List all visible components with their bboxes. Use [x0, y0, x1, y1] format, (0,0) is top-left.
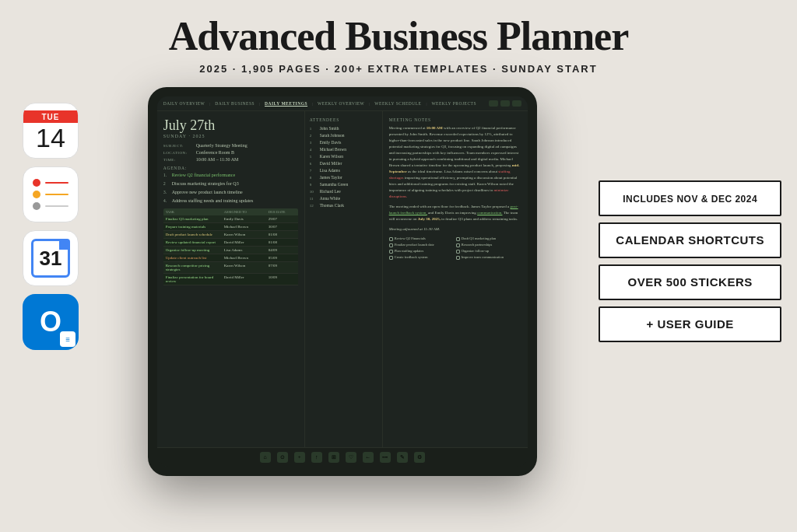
attendee-row: 1John Smith — [310, 126, 377, 131]
subject-label: SUBJECT: — [163, 143, 193, 148]
dot-orange — [33, 191, 40, 198]
toolbar-dots[interactable]: ••• — [380, 452, 391, 463]
task-col-assigned: ASSIGNED TO — [224, 210, 267, 214]
outlook-letter: O — [40, 306, 61, 338]
badge-stickers-text: OVER 500 STICKERS — [628, 275, 753, 289]
check-item: Draft Q3 marketing plan — [456, 236, 521, 241]
calendar-day: TUE — [23, 110, 78, 123]
notes-title: MEETING NOTES — [389, 117, 521, 122]
checklist-area: Review Q2 Financials Draft Q3 marketing … — [389, 236, 521, 260]
time-label: TIME: — [163, 157, 193, 162]
task-row: Organize follow-up meeting Lisa Adams 04… — [163, 247, 298, 254]
google-calendar-icon[interactable]: 31 — [23, 230, 79, 286]
attendee-row: 11Anna White — [310, 196, 377, 201]
badge-nov-dec: INCLUDES NOV & DEC 2024 — [599, 180, 781, 216]
reminder-row-1 — [33, 179, 68, 187]
location-value: Conference Room B — [196, 150, 234, 155]
badge-guide-text: + USER GUIDE — [647, 317, 734, 331]
check-item: Research partnerships — [456, 243, 521, 247]
time-value: 10:00 AM – 11:30 AM — [196, 157, 239, 162]
check-item: Review Q2 Financials — [389, 236, 455, 241]
nav-weekly-projects[interactable]: WEEKLY PROJECTS — [431, 101, 476, 106]
nav-icon-2 — [500, 100, 510, 107]
dot-red — [33, 179, 40, 187]
task-row: Review updated financial report David Mi… — [163, 239, 298, 247]
check-item: Create feedback system — [389, 255, 455, 260]
attendee-row: 8James Taylor — [310, 175, 377, 180]
attendee-row: 12Thomas Clark — [310, 203, 377, 208]
nav-daily-overview[interactable]: DAILY OVERVIEW — [163, 101, 205, 106]
subject-value: Quarterly Strategy Meeting — [196, 143, 248, 148]
nav-daily-business[interactable]: DAILY BUSINESS — [215, 101, 255, 106]
badge-stickers: OVER 500 STICKERS — [599, 264, 781, 300]
toolbar-settings[interactable]: ⚙ — [414, 452, 425, 463]
attendee-row: 10Richard Lee — [310, 189, 377, 194]
check-item: Finalize product launch date — [389, 243, 455, 247]
date-sub: SUNDAY · 2025 — [163, 134, 298, 138]
location-label: LOCATION: — [163, 150, 193, 155]
subtitle-bar: 2025 · 1,905 PAGES · 200+ EXTRA TEMPLATE… — [0, 63, 797, 75]
task-section: TASK ASSIGNED TO DUE DATE Finalize Q3 ma… — [163, 208, 298, 285]
reminders-app-icon[interactable] — [23, 166, 79, 222]
attendee-row: 4Michael Brown — [310, 147, 377, 152]
tablet-nav: DAILY OVERVIEW | DAILY BUSINESS | DAILY … — [157, 96, 528, 111]
tablet-container: DAILY OVERVIEW | DAILY BUSINESS | DAILY … — [93, 87, 591, 476]
tablet-screen: DAILY OVERVIEW | DAILY BUSINESS | DAILY … — [157, 96, 528, 467]
outlook-app-icon[interactable]: O ≡ — [23, 294, 79, 350]
left-panel: July 27th SUNDAY · 2025 SUBJECT: Quarter… — [157, 111, 305, 447]
notes-paragraph-1: Meeting commenced at 10:00 AM with an ov… — [389, 125, 521, 233]
nav-icon-3 — [512, 100, 521, 107]
line-gray — [45, 205, 68, 207]
toolbar-heart[interactable]: ♡ — [346, 452, 356, 463]
tablet-toolbar: ⌂ ⊙ + ↑ ⊞ ♡ ← ••• ✎ ⚙ — [157, 447, 528, 467]
check-item: Plan staffing updates — [389, 249, 455, 254]
attendee-row: 2Sarah Johnson — [310, 133, 377, 138]
task-row: Finalize presentation for board review D… — [163, 274, 298, 285]
agenda-title: AGENDA: — [163, 166, 298, 170]
toolbar-home[interactable]: ⌂ — [260, 452, 271, 463]
task-row: Prepare training materials Michael Brown… — [163, 223, 298, 231]
agenda-item-1: 1. Review Q2 financial performance — [163, 173, 298, 179]
badge-user-guide: + USER GUIDE — [599, 306, 781, 342]
attendee-row: 9Samantha Green — [310, 182, 377, 187]
line-red — [45, 182, 68, 184]
task-row: Update client outreach list Michael Brow… — [163, 254, 298, 262]
agenda-item-4: 4. Address staffing needs and training u… — [163, 198, 298, 205]
attendee-row: 7Lisa Adams — [310, 168, 377, 173]
nav-icon-1 — [489, 100, 498, 107]
task-col-due: DUE DATE — [269, 210, 296, 214]
toolbar-back[interactable]: ← — [363, 452, 374, 463]
content-area: TUE 14 31 — [0, 87, 797, 476]
calendar-app-icon[interactable]: TUE 14 — [23, 103, 79, 159]
toolbar-add[interactable]: + — [294, 452, 305, 463]
agenda-item-2: 2 Discuss marketing strategies for Q3 — [163, 181, 298, 187]
outlook-inner: O ≡ — [23, 294, 79, 350]
attendee-row: 3Emily Davis — [310, 140, 377, 145]
nav-weekly-schedule[interactable]: WEEKLY SCHEDULE — [374, 101, 421, 106]
attendee-row: 6David Miller — [310, 161, 377, 166]
toolbar-search[interactable]: ⊙ — [277, 452, 288, 463]
toolbar-share[interactable]: ↑ — [311, 452, 322, 463]
check-item: Organize follow-up — [456, 249, 521, 254]
feature-badges: INCLUDES NOV & DEC 2024 CALENDAR SHORTCU… — [599, 87, 781, 342]
nav-weekly-overview[interactable]: WEEKLY OVERVIEW — [318, 101, 364, 106]
task-col-name: TASK — [166, 210, 223, 214]
task-row: Draft product launch schedule Karen Wils… — [163, 231, 298, 239]
page-header: Advanced Business Planner 2025 · 1,905 P… — [0, 0, 797, 81]
toolbar-grid[interactable]: ⊞ — [328, 452, 339, 463]
line-orange — [45, 194, 68, 195]
left-app-icons: TUE 14 31 — [16, 87, 86, 350]
time-row: TIME: 10:00 AM – 11:30 AM — [163, 157, 298, 162]
outlook-badge: ≡ — [60, 331, 75, 347]
badge-nov-dec-text: INCLUDES NOV & DEC 2024 — [623, 194, 757, 205]
attendees-title: ATTENDEES — [310, 117, 377, 122]
nav-daily-meetings[interactable]: DAILY MEETINGS — [265, 101, 307, 106]
location-row: LOCATION: Conference Room B — [163, 150, 298, 155]
subject-row: SUBJECT: Quarterly Strategy Meeting — [163, 143, 298, 148]
gcal-inner: 31 — [31, 239, 70, 278]
page-title: Advanced Business Planner — [0, 14, 797, 58]
reminder-row-2 — [33, 191, 68, 198]
task-table-header: TASK ASSIGNED TO DUE DATE — [163, 208, 298, 215]
toolbar-pen[interactable]: ✎ — [397, 452, 408, 463]
badge-shortcuts-text: CALENDAR SHORTCUTS — [616, 233, 764, 247]
